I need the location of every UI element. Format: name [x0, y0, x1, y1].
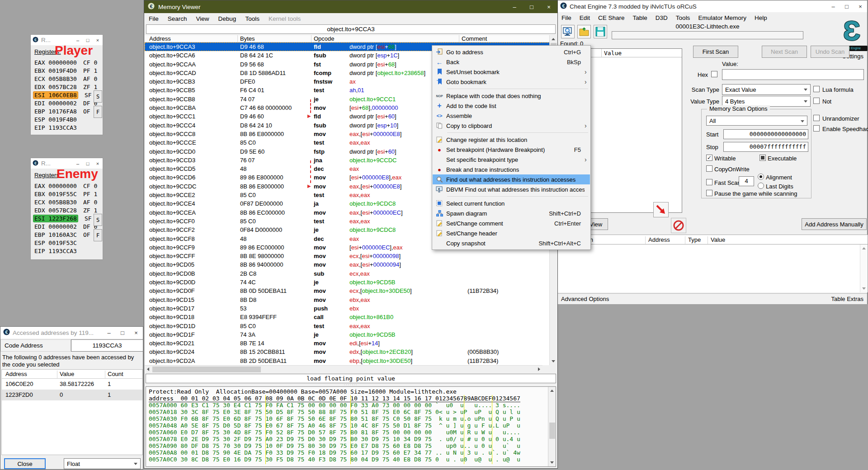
pause-while-scanning-checkbox[interactable]	[706, 190, 712, 196]
address-list-scrollbar[interactable]	[860, 244, 868, 292]
context-menu-item-goto-address[interactable]: Go to addressCtrl+G	[433, 47, 590, 57]
accessed-addresses-table[interactable]: Address Value Count 106C0E2038.581722261…	[1, 369, 143, 455]
value-type-dropdown[interactable]: Float	[64, 458, 141, 469]
follow-button[interactable]: F	[94, 229, 102, 241]
col-opcode[interactable]: Opcode	[314, 35, 335, 42]
menu-help[interactable]: Help	[750, 14, 771, 21]
first-scan-button[interactable]: First Scan	[693, 46, 738, 58]
close-button[interactable]: ×	[93, 35, 103, 45]
disasm-row[interactable]: object.lto+9CD058B 86 94000000moveax,[es…	[145, 260, 550, 269]
disasm-row[interactable]: object.lto+9CD0D74 4Cjeobject.lto+9CD5B	[145, 278, 550, 287]
hex-row[interactable]: 0057A078 E0 2E D9 75 30 2F D9 75 A0 23 D…	[146, 436, 556, 442]
hex-vscrollbar[interactable]	[548, 387, 556, 466]
writable-checkbox[interactable]: ✓	[706, 155, 712, 161]
menu-tools[interactable]: Tools	[672, 14, 694, 21]
context-menu-item-replace-with-nop[interactable]: NOPReplace with code that does nothing	[433, 91, 590, 101]
menu-emulator-memory[interactable]: Emulator Memory	[694, 14, 750, 21]
disasm-row[interactable]: object.lto+9CD1F74 3Ajeobject.lto+9CD5B	[145, 330, 550, 339]
context-menu-item-select-current-function[interactable]: Select current function	[433, 198, 590, 208]
scan-region-dropdown[interactable]: All	[706, 116, 807, 126]
context-menu-item-set-breakpoint[interactable]: ●Set breakpoint (Hardware Breakpoint)F5	[433, 145, 590, 155]
table-extras-link[interactable]: Table Extras	[831, 296, 863, 302]
scan-value-input[interactable]	[722, 69, 864, 80]
last-digits-radio[interactable]	[758, 183, 764, 189]
fast-scan-checkbox[interactable]	[706, 179, 712, 185]
address-list[interactable]	[558, 244, 868, 292]
lua-formula-checkbox[interactable]	[813, 86, 820, 92]
disasm-row[interactable]: object.lto+9CCFF8B 8E 98000000movecx,[es…	[145, 252, 550, 260]
step-button[interactable]: S	[94, 214, 102, 226]
disasm-row[interactable]: object.lto+9CD158B D8movebx,eax	[145, 296, 550, 304]
copyonwrite-checkbox[interactable]	[706, 165, 712, 172]
hex-row[interactable]: 0057A000 60 E3 C1 75 30 E4 C1 75 F0 FA C…	[146, 402, 556, 409]
step-button[interactable]: S	[94, 90, 102, 103]
hex-row[interactable]: 0057A048 A0 5E 8F 75 D0 5D 8F 75 E0 67 8…	[146, 422, 556, 429]
col-comment[interactable]: Comment	[462, 35, 487, 42]
open-file-button[interactable]	[577, 25, 591, 38]
close-button[interactable]: ×	[854, 0, 867, 12]
col-address[interactable]: Address	[648, 236, 670, 243]
context-menu-item-set-change-header[interactable]: Set/Change header	[433, 228, 590, 238]
context-menu-item-add-to-code-list[interactable]: +Add to the code list	[433, 101, 590, 111]
hex-view[interactable]: Protect:Read Only AllocationBase=0040000…	[146, 386, 556, 467]
stop-address-input[interactable]: 00007fffffffffff	[723, 142, 808, 152]
start-address-input[interactable]: 0000000000000000	[723, 129, 808, 139]
add-address-manually-button[interactable]: Add Address Manually	[802, 218, 867, 230]
disasm-row[interactable]: object.lto+9CD18E8 9394FEFFcallobject.lt…	[145, 313, 550, 321]
address-bar[interactable]: object.lto+9CCA3	[146, 24, 556, 34]
accessed-addresses-titlebar[interactable]: € Accessed addresses by 119... – □ ×	[0, 327, 143, 338]
code-address-input[interactable]: 1193CCA3	[71, 339, 143, 352]
context-menu-item-change-register[interactable]: Change register at this location	[433, 135, 590, 145]
select-process-button[interactable]	[561, 25, 575, 38]
accessed-address-row[interactable]: 1223F2D001	[2, 390, 142, 400]
disasm-row[interactable]: object.lto+9CD2A8B 2D 50DEBA11movebp,[ob…	[145, 357, 550, 365]
disasm-row[interactable]: object.lto+9CD1753pushebx	[145, 304, 550, 313]
enable-speedhack-checkbox[interactable]	[813, 125, 820, 132]
context-menu-item-copy-snapshot[interactable]: Copy snapshotShift+Ctrl+Alt+C	[433, 238, 590, 248]
maximize-button[interactable]: □	[840, 0, 854, 12]
pointer-arrow-button[interactable]	[653, 202, 669, 217]
menu-search[interactable]: Search	[163, 15, 192, 22]
accessed-address-row[interactable]: 106C0E2038.581722261	[2, 379, 142, 390]
hex-row[interactable]: 0057A0C0 30 8C D8 75 E0 16 D9 75 30 F5 D…	[146, 456, 556, 463]
cheat-engine-titlebar[interactable]: € Cheat Engine 7.3 modded by iNvIcTUs oR…	[557, 0, 867, 12]
context-menu-item-set-specific-breakpoint-type[interactable]: Set specific breakpoint type›	[433, 155, 590, 164]
context-menu-item-break-and-trace[interactable]: ●Break and trace instructions	[433, 164, 590, 174]
hex-row[interactable]: 0057A0A8 00 01 D8 75 90 4E DA 75 F0 33 D…	[146, 449, 556, 456]
hex-row[interactable]: 0057A018 30 3C 8F 75 E0 3E 8F 75 50 D5 8…	[146, 409, 556, 415]
context-menu-item-set-unset-bookmark[interactable]: Set/Unset bookmark›	[433, 67, 590, 77]
found-list-value-column[interactable]: Value	[604, 50, 622, 56]
close-button[interactable]: ×	[540, 0, 557, 13]
menu-tools[interactable]: Tools	[241, 15, 264, 22]
minimize-button[interactable]: –	[826, 0, 840, 12]
minimize-button[interactable]: –	[506, 0, 523, 13]
alignment-radio[interactable]	[758, 174, 764, 180]
menu-edit[interactable]: Edit	[576, 14, 594, 21]
menu-file[interactable]: File	[144, 15, 163, 22]
menu-file[interactable]: File	[557, 14, 576, 21]
context-menu-item-goto-bookmark[interactable]: Goto bookmark›	[433, 77, 590, 87]
col-count[interactable]: Count	[108, 371, 123, 377]
executable-checkbox[interactable]	[760, 155, 766, 161]
disasm-row[interactable]: object.lto+9CD0B2B C8subecx,eax	[145, 269, 550, 278]
col-bytes[interactable]: Bytes	[240, 35, 255, 42]
hex-row[interactable]: 0057A030 F0 6B 8F 75 E0 6D 8F 75 10 6F 8…	[146, 415, 556, 422]
next-scan-button[interactable]: Next Scan	[762, 46, 807, 58]
minimize-button[interactable]: –	[102, 327, 116, 338]
close-button[interactable]: ×	[129, 327, 143, 338]
disasm-row[interactable]: object.lto+9CD0F8B 0D 50DEBA11movecx,[ob…	[145, 287, 550, 295]
menu-kernel-tools[interactable]: Kernel tools	[264, 15, 305, 22]
undo-scan-button[interactable]: Undo Scan	[811, 46, 849, 58]
context-menu-item-copy-to-clipboard[interactable]: Copy to clipboard›	[433, 121, 590, 131]
disasm-row[interactable]: object.lto+9CD248B 15 20CBB811movedx,[ob…	[145, 348, 550, 356]
scan-type-dropdown[interactable]: Exact Value	[722, 84, 811, 95]
maximize-button[interactable]: □	[523, 0, 540, 13]
disasm-hscrollbar[interactable]	[145, 365, 542, 373]
hex-row[interactable]: 0057A060 E0 D7 8F 75 30 4D 8F 75 F0 52 8…	[146, 429, 556, 436]
advanced-options-link[interactable]: Advanced Options	[561, 296, 609, 302]
menu-table[interactable]: Table	[629, 14, 651, 21]
context-menu-item-back[interactable]: ←BackBkSp	[433, 57, 590, 67]
col-type[interactable]: Type	[688, 236, 701, 243]
context-menu-item-set-change-comment[interactable]: Set/Change commentCtrl+Enter	[433, 218, 590, 228]
col-value[interactable]: Value	[711, 236, 725, 243]
